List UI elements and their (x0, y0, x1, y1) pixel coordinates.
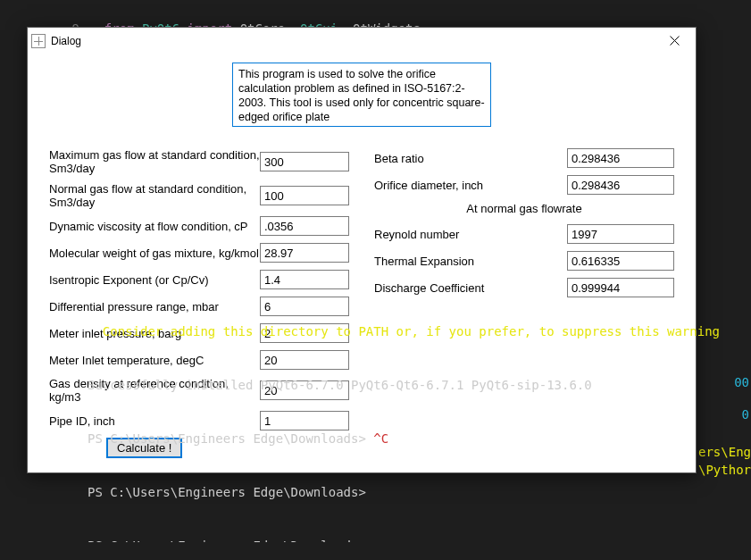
terminal-line: PS C:\Users\Engineers Edge\Downloads> ^C (88, 430, 751, 447)
subheading: At normal gas flowrate (374, 202, 674, 215)
beta-ratio-output[interactable] (567, 148, 674, 168)
field-label: Normal gas flow at standard condition, S… (49, 182, 260, 209)
terminal-line: Successfully installed PyQt6-6.7.0 PyQt6… (88, 376, 751, 394)
orifice-diameter-output[interactable] (567, 175, 674, 195)
terminal[interactable]: Consider adding this directory to PATH o… (88, 287, 751, 560)
field-label: Isentropic Exponent (or Cp/Cv) (49, 273, 260, 287)
terminal-line: PS C:\Users\Engineers Edge\Downloads> (88, 537, 751, 542)
max-gas-flow-input[interactable] (260, 152, 349, 171)
field-label: Molecular weight of gas mixture, kg/kmol (49, 247, 260, 260)
field-label: Reynold number (374, 228, 567, 241)
molecular-weight-input[interactable] (260, 243, 349, 263)
window-title: Dialog (51, 35, 81, 47)
field-label: Beta ratio (374, 152, 567, 165)
field-label: Orifice diameter, inch (374, 179, 567, 192)
field-label: Thermal Expansion (374, 255, 567, 268)
window-icon (31, 34, 46, 48)
description-box[interactable]: This program is used to solve the orific… (232, 63, 491, 127)
titlebar[interactable]: Dialog (28, 28, 696, 54)
terminal-line: PS C:\Users\Engineers Edge\Downloads> (88, 483, 751, 501)
field-label: Dynamic viscosity at flow condition, cP (49, 220, 260, 233)
close-icon (670, 36, 680, 46)
thermal-expansion-output[interactable] (567, 251, 674, 271)
field-label: Maximum gas flow at standard condition, … (49, 148, 260, 175)
terminal-line: Consider adding this directory to PATH o… (88, 322, 751, 340)
dynamic-viscosity-input[interactable] (260, 216, 349, 236)
close-button[interactable] (656, 29, 692, 54)
normal-gas-flow-input[interactable] (260, 186, 349, 205)
reynold-number-output[interactable] (567, 224, 674, 244)
